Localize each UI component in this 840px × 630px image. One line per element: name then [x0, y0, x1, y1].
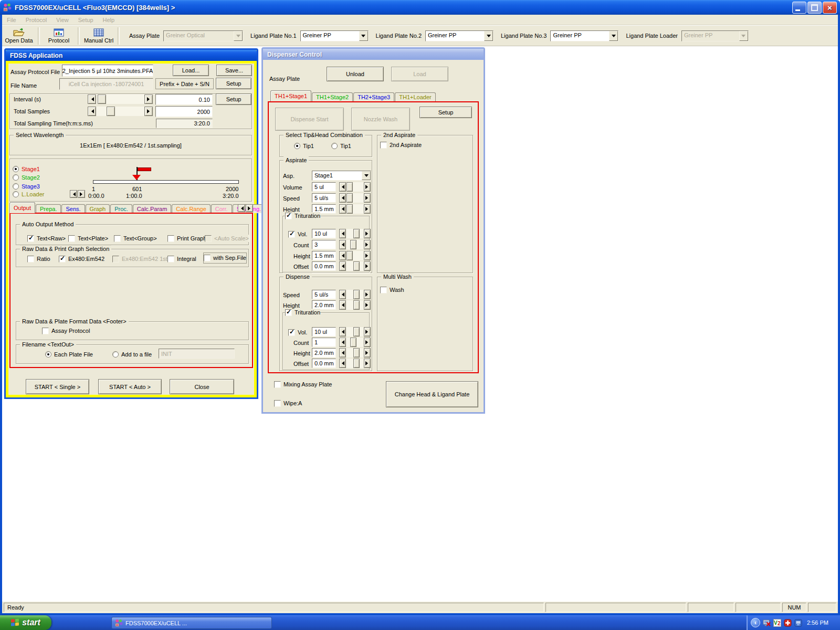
slider-track[interactable] [346, 359, 364, 368]
checkbox-icon[interactable] [204, 255, 211, 261]
ratio-checkbox[interactable]: Ratio [27, 255, 50, 262]
slider-thumb[interactable] [353, 300, 360, 310]
timeline-track[interactable] [93, 180, 239, 184]
slider-right-arrow[interactable] [364, 251, 371, 260]
slider-right-arrow[interactable] [364, 290, 371, 299]
checkbox-icon[interactable] [285, 309, 292, 316]
aspirate-trit-count-field[interactable]: 3 [312, 240, 336, 249]
slider-track[interactable] [346, 338, 364, 347]
checkbox-icon[interactable] [288, 329, 295, 336]
text-raw-checkbox[interactable]: Text<Raw> [27, 235, 66, 242]
aspirate-height-slider[interactable] [339, 204, 371, 214]
slider-thumb[interactable] [353, 348, 360, 358]
unload-button[interactable]: Unload [327, 67, 384, 81]
mixing-assay-plate-checkbox[interactable]: Mixing Assay Plate [274, 381, 332, 388]
marker-left-button[interactable] [70, 190, 77, 198]
tip1-radio-b[interactable]: Tip1 [331, 142, 351, 150]
each-plate-file-radio[interactable]: Each Plate File [45, 351, 93, 358]
slider-right-arrow[interactable] [364, 204, 371, 214]
dispense-trit-vol-checkbox[interactable]: Vol. [288, 329, 307, 336]
tab-proc[interactable]: Proc. [110, 204, 132, 213]
network-tool-icon[interactable] [794, 619, 802, 627]
save-button[interactable]: Save... [216, 65, 252, 76]
minimize-button[interactable] [792, 2, 806, 14]
tab-th2-stage3[interactable]: TH2+Stage3 [353, 92, 394, 101]
load-button[interactable]: Load... [173, 65, 209, 76]
slider-track[interactable] [346, 182, 364, 192]
slider-left-arrow[interactable] [339, 327, 346, 337]
stage3-radio[interactable]: Stage3 [13, 183, 40, 190]
open-data-button[interactable]: Open Data [2, 26, 36, 46]
slider-left-arrow[interactable] [339, 204, 346, 214]
chevron-down-icon[interactable] [362, 171, 371, 180]
dispense-speed-field[interactable]: 5 ul/s [312, 290, 336, 299]
slider-right-arrow[interactable] [364, 193, 371, 203]
timeline-marker-arrow[interactable] [132, 175, 141, 180]
aspirate-trit-height-field[interactable]: 1.5 mm [312, 251, 336, 260]
security-shield-icon[interactable] [784, 619, 792, 627]
filename-setup-button[interactable]: Setup [216, 78, 251, 89]
slider-left-arrow[interactable] [339, 348, 346, 358]
wash-checkbox[interactable]: Wash [380, 286, 404, 293]
dispense-height-slider[interactable] [339, 300, 371, 310]
slider-thumb[interactable] [353, 290, 360, 299]
add-to-file-radio[interactable]: Add to a file [112, 351, 152, 358]
slider-thumb[interactable] [346, 251, 353, 260]
radio-icon[interactable] [331, 143, 338, 149]
interval-slider[interactable] [88, 94, 153, 104]
tab-output[interactable]: Output [9, 202, 35, 213]
aspirate-volume-field[interactable]: 5 ul [312, 182, 336, 192]
chevron-down-icon[interactable] [484, 31, 493, 41]
slider-thumb[interactable] [350, 240, 356, 249]
v2-scanner-icon[interactable]: V2 [773, 619, 781, 627]
ligand-plate-3-combo[interactable]: Greiner PP [550, 30, 618, 41]
dispenser-window-titlebar[interactable]: Dispenser Control [263, 49, 484, 60]
slider-track[interactable] [346, 193, 364, 203]
slider-track[interactable] [346, 240, 364, 249]
slider-left-arrow[interactable] [339, 251, 346, 260]
aspirate-trit-vol-checkbox[interactable]: Vol. [288, 230, 307, 238]
slider-right-arrow[interactable] [364, 261, 371, 271]
radio-icon[interactable] [13, 166, 19, 172]
text-group-checkbox[interactable]: Text<Group> [114, 235, 157, 242]
checkbox-icon[interactable] [274, 381, 281, 388]
dispense-trit-height-slider[interactable] [339, 348, 371, 358]
dispense-trit-count-field[interactable]: 1 [312, 338, 336, 347]
chevron-down-icon[interactable] [359, 31, 368, 41]
checkbox-icon[interactable] [114, 235, 121, 242]
slider-right-arrow[interactable] [364, 240, 371, 249]
slider-right-arrow[interactable] [144, 107, 153, 116]
slider-track[interactable] [346, 290, 364, 299]
fdss-window-titlebar[interactable]: FDSS Application [6, 50, 257, 61]
main-window-titlebar[interactable]: FDSS7000EX/uCELL <Fluo3(EMCCD) [384wells… [0, 0, 840, 15]
total-samples-slider[interactable] [88, 107, 153, 116]
ligand-plate-2-combo[interactable]: Greiner PP [425, 30, 494, 41]
stage1-radio[interactable]: Stage1 [13, 165, 40, 173]
slider-left-arrow[interactable] [339, 182, 346, 192]
radio-icon[interactable] [294, 143, 300, 149]
menu-file[interactable]: File [2, 15, 21, 25]
slider-track[interactable] [346, 300, 364, 310]
slider-left-arrow[interactable] [88, 107, 96, 116]
slider-left-arrow[interactable] [339, 300, 346, 310]
print-graph-checkbox[interactable]: Print Graph [167, 235, 206, 242]
checkbox-icon[interactable] [27, 235, 34, 242]
checkbox-icon[interactable] [288, 231, 295, 238]
aspirate-volume-slider[interactable] [339, 182, 371, 192]
manual-ctrl-button[interactable]: Manual Ctrl [82, 26, 116, 46]
slider-right-arrow[interactable] [364, 182, 371, 192]
dispense-trit-offset-slider[interactable] [339, 359, 371, 368]
slider-track[interactable] [346, 204, 364, 214]
slider-thumb[interactable] [346, 204, 353, 214]
asp-stage-combo[interactable]: Stage1 [312, 171, 371, 181]
slider-right-arrow[interactable] [144, 94, 153, 104]
dispense-trit-offset-field[interactable]: 0.0 mm [312, 359, 336, 368]
slider-thumb[interactable] [346, 182, 353, 192]
aspirate-trit-vol-slider[interactable] [339, 229, 371, 238]
aspirate-trit-height-slider[interactable] [339, 251, 371, 260]
checkbox-icon[interactable] [274, 400, 281, 407]
assay-protocol-checkbox[interactable]: Assay Protocol [42, 327, 90, 334]
dispense-trituration-checkbox[interactable]: Trituration [285, 309, 320, 316]
checkbox-icon[interactable] [380, 287, 387, 293]
protocol-button[interactable]: Protocol [42, 26, 76, 46]
